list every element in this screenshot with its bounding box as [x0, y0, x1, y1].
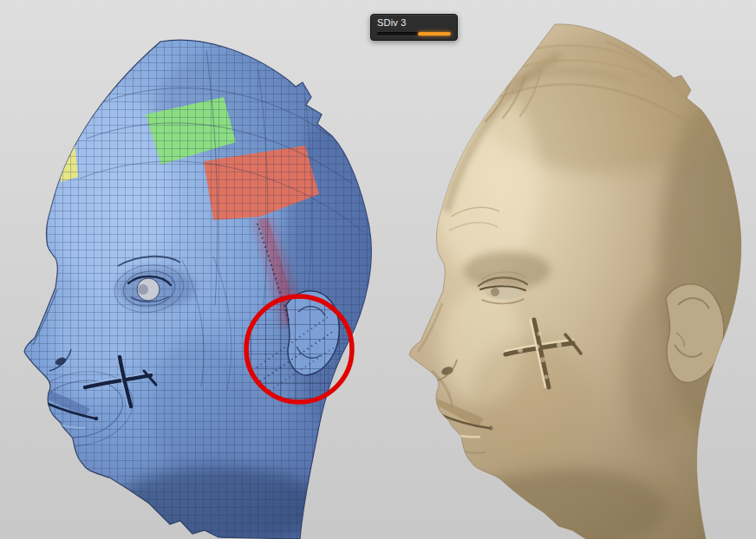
- sculpted-head-model[interactable]: [409, 24, 756, 539]
- wireframe-overlay: [0, 26, 390, 539]
- sdiv-slider[interactable]: [377, 32, 451, 36]
- sdiv-slider-fill: [418, 32, 451, 36]
- wireframe-head-model[interactable]: [0, 26, 407, 539]
- sdiv-tooltip: SDiv 3: [370, 14, 458, 41]
- viewport-3d[interactable]: [0, 0, 756, 539]
- sdiv-label: SDiv 3: [377, 17, 451, 28]
- right-ear: [666, 284, 724, 383]
- document-canvas[interactable]: SDiv 3: [0, 0, 756, 539]
